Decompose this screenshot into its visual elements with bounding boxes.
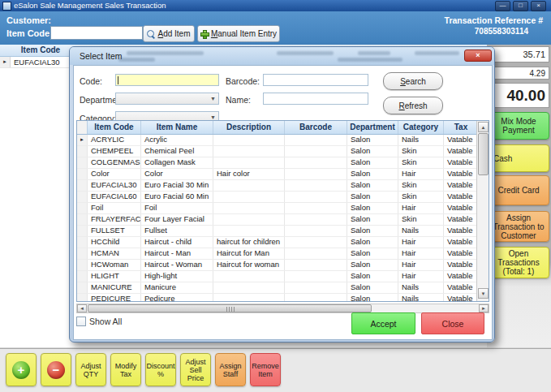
table-row[interactable]: FULLSETFullsetSalonNailsVatable [77, 226, 489, 237]
maximize-button[interactable]: □ [513, 1, 528, 11]
table-cell: Vatable [444, 226, 478, 236]
dialog-close-button[interactable]: Close [421, 312, 484, 334]
plus-icon: + [12, 361, 30, 379]
table-row[interactable]: PEDICUREPedicureSalonNailsVatable [77, 294, 489, 302]
column-header[interactable]: Category [398, 121, 444, 134]
item-code-input[interactable] [50, 26, 143, 40]
payment-button-1[interactable]: Cash [488, 144, 549, 172]
table-cell [285, 282, 347, 293]
toolbar-button-6[interactable]: Assign Staff [215, 353, 246, 386]
scroll-right-icon[interactable]: ► [479, 304, 489, 312]
payment-button-0[interactable]: Mix Mode Payment [488, 112, 549, 140]
header-selector-cell [77, 121, 88, 134]
dialog-titlebar[interactable]: Select Item × [70, 47, 494, 65]
scroll-left-icon[interactable]: ◄ [77, 304, 87, 312]
table-cell: Nails [398, 294, 444, 302]
barcode-input[interactable] [263, 74, 368, 86]
table-cell: Fullset [141, 226, 213, 236]
table-cell [285, 271, 347, 282]
table-row[interactable]: EUFACIAL30Euro Facial 30 MinSalonSkinVat… [77, 180, 489, 192]
table-row[interactable]: ►ACRYLICAcrylicSalonNailsVatable [77, 135, 489, 146]
toolbar-button-5[interactable]: Adjust Sell Price [180, 353, 211, 386]
table-row[interactable]: HCChildHaircut - childhaircut for childr… [77, 237, 489, 248]
table-row[interactable]: FoilFoilSalonHairVatable [77, 203, 489, 214]
department-select[interactable]: ▼ [115, 93, 219, 105]
name-input[interactable] [263, 93, 368, 105]
accept-button[interactable]: Accept [351, 312, 415, 334]
table-row[interactable]: HCWomanHaircut - WomanHaircut for womanS… [77, 260, 489, 271]
payment-button-3[interactable]: Assign Transaction to Customer [488, 211, 549, 242]
table-row[interactable]: ColorColorHair colorSalonHairVatable [77, 169, 489, 180]
table-row[interactable]: HLIGHTHigh-lightSalonHairVatable [77, 271, 489, 282]
table-cell: Four Layer Facial [141, 214, 213, 225]
column-header[interactable]: Department [347, 121, 398, 134]
table-cell: Haircut for Man [213, 248, 285, 259]
column-header[interactable]: Item Code [88, 121, 141, 134]
show-all-checkbox[interactable] [76, 317, 86, 326]
table-cell: FULLSET [88, 226, 141, 236]
column-header[interactable]: Item Name [141, 121, 213, 134]
column-header[interactable]: Tax [444, 121, 478, 134]
plus-button[interactable]: + [6, 353, 37, 386]
totals-payment-panel: 35.71 4.29 40.00 Mix Mode PaymentCashCre… [487, 45, 551, 347]
table-cell [213, 271, 285, 282]
ghost-text [415, 51, 459, 55]
toolbar-button-7[interactable]: Remove Item [250, 353, 281, 386]
table-cell: HCWoman [88, 260, 141, 270]
minimize-button[interactable]: — [495, 1, 510, 11]
table-cell: EUFACIAL60 [88, 192, 141, 202]
table-cell: Skin [398, 192, 444, 202]
table-cell: Chemical Peel [141, 146, 213, 157]
table-row[interactable]: EUFACIAL60Euro Facial 60 MinSalonSkinVat… [77, 192, 489, 203]
vertical-scroll-thumb[interactable] [478, 133, 489, 175]
toolbar-button-2[interactable]: Adjust QTY [75, 353, 106, 386]
minus-icon: − [47, 361, 65, 379]
table-cell: Salon [347, 294, 398, 302]
table-cell [213, 294, 285, 302]
toolbar-button-4[interactable]: Discount % [145, 353, 176, 386]
table-cell: Hair [398, 169, 444, 179]
column-header[interactable]: Description [213, 121, 285, 134]
manual-item-entry-button[interactable]: Manual Item Entry [197, 25, 280, 42]
table-cell: Vatable [444, 169, 478, 179]
table-cell: Hair [398, 271, 444, 282]
table-row[interactable]: HCMANHaircut - ManHaircut for ManSalonHa… [77, 248, 489, 260]
table-cell: ACRYLIC [88, 135, 141, 145]
payment-button-4[interactable]: Open Trasactions (Total: 1) [488, 247, 549, 278]
minus-button[interactable]: − [41, 353, 71, 386]
ghost-text [338, 58, 402, 62]
table-cell: Haircut for woman [213, 260, 285, 270]
window-titlebar[interactable]: eSalon Sale Management Sales Transaction… [0, 0, 551, 11]
payment-button-2[interactable]: Credit Card [488, 175, 549, 205]
refresh-button[interactable]: Refresh [383, 97, 443, 114]
search-button[interactable]: Search [383, 72, 443, 90]
table-cell: Color [141, 169, 213, 179]
dialog-close-icon[interactable]: × [464, 50, 492, 62]
table-cell: Hair [398, 203, 444, 213]
table-cell [213, 146, 285, 157]
scroll-down-icon[interactable]: ▼ [478, 288, 489, 299]
column-header[interactable]: Barcode [285, 121, 347, 134]
table-cell: Skin [398, 214, 444, 225]
horizontal-scroll-thumb[interactable] [88, 304, 372, 312]
table-row[interactable]: CHEMPEELChemical PeelSalonSkinVatable [77, 146, 489, 157]
table-cell: Vatable [444, 135, 478, 145]
table-cell [213, 214, 285, 225]
row-selector-cell [77, 282, 88, 293]
table-row[interactable]: FRLAYERFACIALFour Layer FacialSalonSkinV… [77, 214, 489, 226]
show-all-label: Show All [89, 317, 122, 326]
table-row[interactable]: COLGENMASKCollagen MaskSalonSkinVatable [77, 157, 489, 169]
close-button[interactable]: × [531, 1, 546, 11]
toolbar-button-3[interactable]: Modify Tax [110, 353, 141, 386]
table-cell: Haircut - Man [141, 248, 213, 259]
table-row[interactable]: MANICUREManicureSalonNailsVatable [77, 282, 489, 294]
vertical-scrollbar[interactable]: ▲ ▼ [476, 121, 489, 301]
table-cell: CHEMPEEL [88, 146, 141, 157]
ghost-text [277, 51, 334, 55]
table-cell: EUFACIAL30 [88, 180, 141, 191]
table-cell [213, 203, 285, 213]
chevron-down-icon: ▼ [210, 96, 216, 101]
scroll-up-icon[interactable]: ▲ [478, 122, 489, 132]
add-item-button[interactable]: Add Item [143, 25, 195, 42]
code-input[interactable] [115, 74, 219, 86]
